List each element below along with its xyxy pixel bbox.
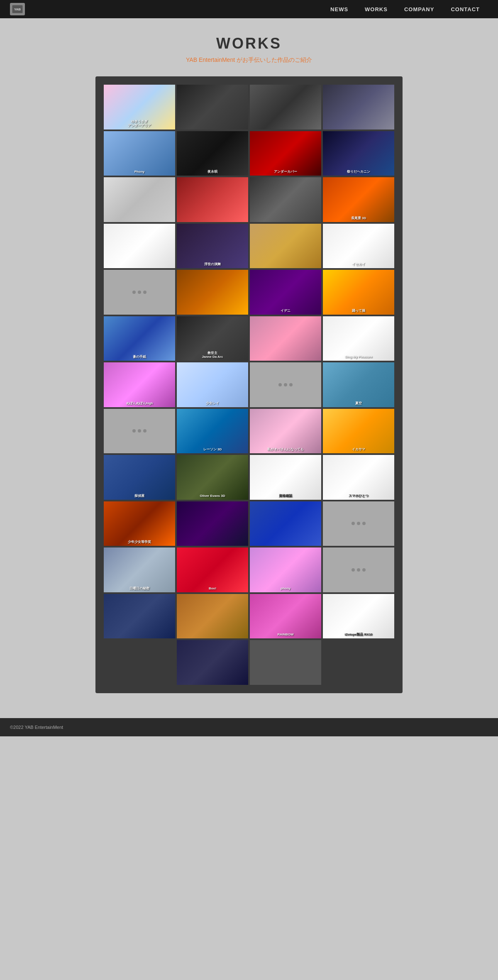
work-item-31[interactable]: 私がオバさんになっても [250,409,321,454]
work-item-28[interactable]: 夏空 [323,362,394,407]
work-item-10[interactable] [177,177,248,222]
work-item-43[interactable]: phony [250,547,321,592]
work-item-18[interactable] [177,270,248,315]
work-item-36[interactable]: スマホひとつ [323,455,394,500]
main-nav: NEWS WORKS COMPANY CONTACT [322,0,488,18]
work-item-21[interactable]: 蒼の手紙 [104,316,175,361]
work-item-placeholder-3[interactable] [104,409,175,454]
work-item-6[interactable]: 夜永唄 [177,131,248,176]
work-item-placeholder-5[interactable] [323,547,394,592]
work-item-32[interactable]: イカサマ [323,409,394,454]
work-item-22[interactable]: 救世主Janne Da Arc [177,316,248,361]
work-item-35[interactable]: 資格確認 [250,455,321,500]
work-item-8[interactable]: 祭りだヘカニン [323,131,394,176]
work-item-11[interactable] [250,177,321,222]
work-item-13[interactable] [104,224,175,269]
copyright-text: ©2022 YAB EntertainMent [10,725,63,730]
work-item-19[interactable]: イデニ [250,270,321,315]
work-item-48[interactable]: iZotope製品 RX10 [323,594,394,639]
work-item-47[interactable]: RAINBOW [250,594,321,639]
logo-area[interactable]: YAB [10,3,25,15]
nav-contact[interactable]: CONTACT [442,0,488,18]
work-item-16[interactable]: イセカイ [323,224,394,269]
work-item-9[interactable] [104,177,175,222]
work-item-25[interactable]: ぬぽんぬぽんhigh [104,362,175,407]
nav-works[interactable]: WORKS [356,0,396,18]
work-item-30[interactable]: レーソン 3D [177,409,248,454]
work-item-7[interactable]: アンダーカバー [250,131,321,176]
work-item-37[interactable]: 少年少女等学笑 [104,501,175,546]
work-item-39[interactable] [250,501,321,546]
work-item-45[interactable] [104,594,175,639]
work-item-placeholder-4[interactable] [323,501,394,546]
work-item-1[interactable]: ゆきうさぎアンダーアリア [104,85,175,130]
works-grid: ゆきうさぎアンダーアリア Phony 夜永唄 [104,85,394,685]
work-item-3[interactable] [250,85,321,130]
work-item-46[interactable] [177,594,248,639]
work-item-5[interactable]: Phony [104,131,175,176]
work-item-42[interactable]: Boo! [177,547,248,592]
work-item-14[interactable]: 浮世の演舞 [177,224,248,269]
logo-icon: YAB [10,3,25,15]
work-item-15[interactable] [250,224,321,269]
work-item-12[interactable]: 長尾景 3D [323,177,394,222]
work-item-34[interactable]: Oliver Evans 3D [177,455,248,500]
nav-company[interactable]: COMPANY [396,0,442,18]
work-item-33[interactable]: 探偵屋 [104,455,175,500]
site-footer: ©2022 YAB EntertainMent [0,718,498,736]
work-item-2[interactable] [177,85,248,130]
work-item-26[interactable]: 少女レイ [177,362,248,407]
site-header: YAB NEWS WORKS COMPANY CONTACT [0,0,498,18]
work-item-38[interactable] [177,501,248,546]
work-item-23[interactable] [250,316,321,361]
work-item-54[interactable] [250,640,321,685]
work-item-4[interactable] [323,85,394,130]
page-subtitle: YAB EntertainMent がお手伝いした作品のご紹介 [8,56,490,64]
works-container: ゆきうさぎアンダーアリア Phony 夜永唄 [95,76,403,693]
work-item-placeholder-2[interactable] [250,362,321,407]
page-title: WORKS [8,35,490,52]
svg-text:YAB: YAB [14,7,21,11]
work-item-53[interactable] [177,640,248,685]
main-content: WORKS YAB EntertainMent がお手伝いした作品のご紹介 ゆき… [0,18,498,718]
work-item-placeholder-1[interactable] [104,270,175,315]
work-item-20[interactable]: 踊って損 [323,270,394,315]
nav-news[interactable]: NEWS [322,0,356,18]
work-item-41[interactable]: 日曜日の秘密 [104,547,175,592]
work-item-24[interactable]: Sing My Pleasure [323,316,394,361]
